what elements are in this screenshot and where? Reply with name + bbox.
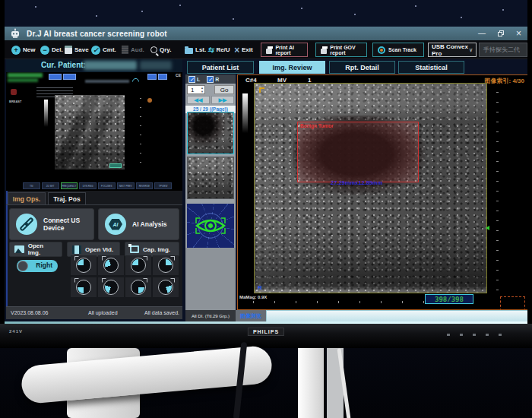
scrollbar-track[interactable] [266,310,527,322]
focus-marker-icon [486,226,489,230]
quadrant-button-8[interactable] [153,277,179,297]
us-button-blue [158,74,167,80]
lesion-size-label: 27.29mmx12.89mm [331,179,382,186]
side-toggle[interactable]: Right [17,260,58,272]
us-softkey: TPVIEW [154,182,172,189]
roi-dashed-rect [500,296,525,310]
tab-img-review[interactable]: Img. Review [259,61,325,74]
tab-img-ops[interactable]: Img Ops. [8,192,46,204]
orientation-corner-icon [259,87,264,93]
printer-icon [321,49,327,54]
tab-rpt-detail[interactable]: Rpt. Detail [329,61,395,74]
commit-button[interactable]: ✓Cmt. [91,43,116,56]
image-index-label: 图像索引: 4/30 [485,77,524,85]
mode-tab[interactable]: 图像浏览 [236,310,266,322]
us-orange-marker [147,98,152,103]
quadrant-button-6[interactable] [98,277,124,297]
main-toolbar: +New −Del. Save ✓Cmt. Aud. Qry. Lst. ⇆Re… [5,40,527,59]
open-video-button[interactable]: Open Vid. [67,242,120,257]
ultrasound-device-screen: CE BREAST TSI 2D SET FREQUENC [6,72,182,191]
close-button[interactable]: × [516,27,521,40]
thumbnail-selected[interactable] [187,112,234,154]
prev-page-button[interactable]: ◀◀ [187,96,210,104]
magnification-label: MaMag: 0.9X [239,295,267,299]
patient-info-redacted [84,61,137,70]
right-checkbox[interactable]: ✓ [207,76,214,83]
quadrant-button-4[interactable] [153,255,179,275]
folder-icon [185,48,193,54]
us-softkey: NEXT PREV [117,182,135,189]
go-button[interactable]: Go [214,85,234,94]
bezel-control-buttons[interactable] [447,334,502,336]
scan-track-button[interactable]: Scan Track [372,43,424,57]
right-checkbox-label: R [215,77,219,82]
ai-analysis-button[interactable]: AI AI Analysis [98,208,179,240]
us-exam-label: BREAST [9,100,21,103]
robot-icon [10,28,21,39]
us-vendor-logo [109,163,122,168]
strip-empty-area [185,248,236,310]
quadrant-button-3[interactable] [125,255,151,275]
side-filter-row: ✓ L ✓ R [185,74,236,84]
image-browse-strip: ✓ L ✓ R 1 ▲▼ Go ◀◀ ▶▶ [185,74,236,310]
capture-icon [130,245,139,253]
thumbnail-shading [188,157,233,198]
capture-image-button[interactable]: Cap. Img. [125,242,179,257]
print-ai-report-button[interactable]: Print AI report [261,43,308,57]
tab-patient-list[interactable]: Patient List [187,61,254,74]
monitor: Dr.J AI breast cancer screening robot — … [0,0,532,348]
us-softkey: 2D SET [42,182,59,189]
current-patient-label: Cur. Patient: [41,61,86,69]
delete-button[interactable]: −Del. [40,43,63,56]
probe-indicator-icon [11,89,17,95]
open-image-button[interactable]: Open Img. [9,242,62,257]
frame-counter: 398/398 [425,294,473,304]
group-count-label: All DI. (Ttl.29 Grp.) [185,310,236,322]
current-patient-bar: Cur. Patient: [6,59,182,72]
us-shading-overlay [55,95,125,169]
connect-us-device-button[interactable]: Connect US Device [9,208,94,240]
toggle-knob [17,261,28,271]
quadrant-button-1[interactable] [71,255,97,275]
left-checkbox[interactable]: ✓ [188,76,195,83]
minus-icon: − [40,46,49,55]
quadrant-button-7[interactable] [125,277,151,297]
image-viewer: C#4 MV 1 图像索引: 4/30 Benign Tumor 27.29mm… [237,74,527,310]
us-datetime-redacted [85,80,129,83]
audit-button[interactable]: Aud. [122,43,144,56]
save-button[interactable]: Save [65,43,89,56]
upload-status: All uploaded [88,307,118,319]
scene: Dr.J AI breast cancer screening robot — … [0,0,532,418]
tab-statistical[interactable]: Statistical [398,61,464,74]
thumbnail-shading [188,112,233,154]
quadrant-button-5[interactable] [71,277,97,297]
list-button[interactable]: Lst. [185,43,206,56]
swap-arrows-icon: ⇆ [207,46,214,54]
stepper-arrows[interactable]: ▲▼ [201,86,204,93]
print-gov-report-button[interactable]: Print GOV report [315,43,367,57]
page-number-input[interactable]: 1 ▲▼ [187,85,205,94]
tab-traj-pos[interactable]: Traj. Pos [48,192,86,204]
wifi-icon [131,77,141,87]
maximize-button[interactable] [498,30,504,36]
exit-button[interactable]: ×Exit [234,43,253,56]
query-button[interactable]: Qry. [150,43,171,56]
quadrant-button-2[interactable] [98,255,124,275]
ai-eye-icon [194,213,227,239]
us-grayscale-bar [44,100,48,127]
screen: Dr.J AI breast cancer screening robot — … [5,0,527,324]
new-button[interactable]: +New [11,43,35,56]
ai-detection-box: Benign Tumor [297,122,419,182]
main-ultrasound-image: Benign Tumor 27.29mmx12.89mm R [254,83,487,293]
ai-vision-button[interactable] [187,204,234,248]
thumbnail[interactable] [187,157,234,199]
image-icon [14,245,24,253]
us-button-blue [147,74,157,80]
minimize-button[interactable]: — [478,27,486,40]
probe-secondary-dropdown[interactable]: 手持探头二代 [479,43,527,57]
printer-icon [266,49,272,54]
redo-undo-button[interactable]: ⇆Re/U [207,43,230,56]
probe-select-dropdown[interactable]: USB Convex Pro∨ [428,43,477,57]
us-softkey: TSI [23,182,40,189]
next-page-button[interactable]: ▶▶ [211,96,234,104]
